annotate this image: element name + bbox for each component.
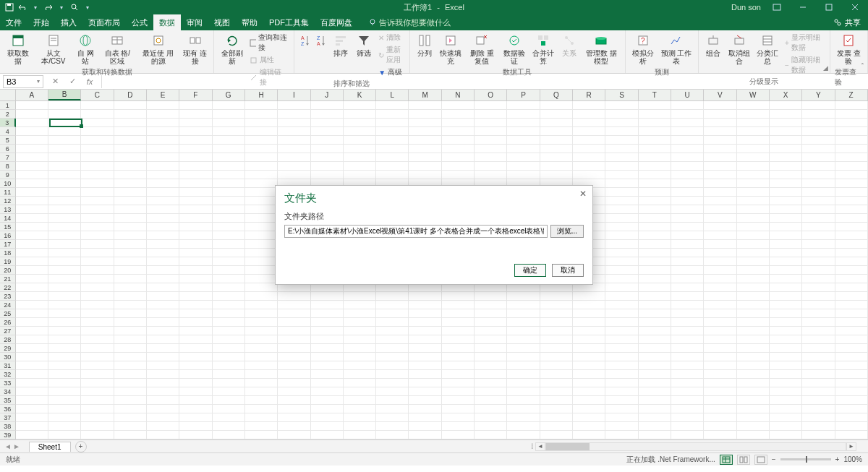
- cell[interactable]: [639, 110, 671, 119]
- cell[interactable]: [213, 396, 245, 405]
- cell[interactable]: [81, 205, 114, 214]
- cell[interactable]: [737, 335, 770, 344]
- cell[interactable]: [179, 379, 212, 387]
- cell[interactable]: [278, 413, 310, 422]
- cell[interactable]: [605, 370, 638, 379]
- cell[interactable]: [245, 197, 278, 205]
- cell[interactable]: [802, 275, 835, 283]
- cell[interactable]: [802, 153, 835, 162]
- cell[interactable]: [573, 379, 605, 387]
- cell[interactable]: [48, 318, 81, 327]
- cell[interactable]: [179, 162, 212, 171]
- cell[interactable]: [737, 119, 770, 127]
- cell[interactable]: [475, 361, 507, 370]
- cell[interactable]: [179, 396, 212, 405]
- cell[interactable]: [737, 101, 770, 110]
- cell[interactable]: [213, 240, 245, 249]
- cell[interactable]: [704, 240, 736, 249]
- cell[interactable]: [278, 335, 310, 344]
- cell[interactable]: [573, 353, 605, 361]
- cell[interactable]: [311, 318, 344, 327]
- cell[interactable]: [147, 361, 179, 370]
- cell[interactable]: [48, 249, 81, 257]
- cell[interactable]: [770, 361, 802, 370]
- cell[interactable]: [442, 171, 475, 179]
- cell[interactable]: [573, 396, 605, 405]
- cell[interactable]: [671, 396, 704, 405]
- cell[interactable]: [770, 292, 802, 301]
- cell[interactable]: [835, 231, 868, 240]
- btn-forecast-sheet[interactable]: 预测 工作表: [659, 32, 693, 66]
- cell[interactable]: [475, 110, 507, 119]
- cell[interactable]: [802, 127, 835, 136]
- cell[interactable]: [835, 361, 868, 370]
- col-header[interactable]: U: [671, 90, 704, 100]
- cell[interactable]: [245, 145, 278, 153]
- cell[interactable]: [573, 327, 605, 335]
- cell[interactable]: [704, 171, 736, 179]
- cell[interactable]: [81, 361, 114, 370]
- cell[interactable]: [179, 327, 212, 335]
- cell[interactable]: [475, 171, 507, 179]
- cell[interactable]: [179, 231, 212, 240]
- cell[interactable]: [770, 188, 802, 197]
- cell[interactable]: [507, 413, 540, 422]
- cell[interactable]: [311, 387, 344, 396]
- btn-filter[interactable]: 筛选: [354, 32, 374, 59]
- cell[interactable]: [605, 110, 638, 119]
- cell[interactable]: [16, 110, 48, 119]
- cell[interactable]: [770, 240, 802, 249]
- zoom-out-icon[interactable]: −: [772, 455, 776, 463]
- cell[interactable]: [475, 431, 507, 439]
- cell[interactable]: [147, 249, 179, 257]
- user-name[interactable]: Dun son: [731, 3, 761, 12]
- cell[interactable]: [179, 127, 212, 136]
- cell[interactable]: [245, 370, 278, 379]
- cell[interactable]: [639, 145, 671, 153]
- cell[interactable]: [48, 413, 81, 422]
- cell[interactable]: [376, 292, 409, 301]
- cell[interactable]: [245, 101, 278, 110]
- cell[interactable]: [409, 379, 441, 387]
- cell[interactable]: [737, 361, 770, 370]
- cell[interactable]: [639, 379, 671, 387]
- cell[interactable]: [540, 127, 573, 136]
- row-header[interactable]: 17: [0, 240, 16, 249]
- cell[interactable]: [344, 387, 376, 396]
- cell[interactable]: [507, 162, 540, 171]
- cell[interactable]: [835, 136, 868, 145]
- cell[interactable]: [213, 136, 245, 145]
- cell[interactable]: [179, 318, 212, 327]
- cell[interactable]: [835, 327, 868, 335]
- cell[interactable]: [639, 249, 671, 257]
- cell[interactable]: [376, 422, 409, 431]
- cell[interactable]: [671, 292, 704, 301]
- cell[interactable]: [802, 214, 835, 223]
- add-sheet-icon[interactable]: +: [75, 441, 87, 452]
- cell[interactable]: [704, 387, 736, 396]
- cell[interactable]: [213, 301, 245, 309]
- cell[interactable]: [81, 309, 114, 318]
- cell[interactable]: [213, 223, 245, 231]
- cell[interactable]: [540, 370, 573, 379]
- cell[interactable]: [639, 301, 671, 309]
- row-header[interactable]: 28: [0, 335, 16, 344]
- cell[interactable]: [213, 162, 245, 171]
- view-normal-icon[interactable]: [720, 455, 733, 465]
- cell[interactable]: [507, 387, 540, 396]
- cell[interactable]: [409, 301, 441, 309]
- cell[interactable]: [639, 214, 671, 223]
- cell[interactable]: [278, 361, 310, 370]
- cell[interactable]: [573, 361, 605, 370]
- cell[interactable]: [605, 136, 638, 145]
- cell[interactable]: [671, 309, 704, 318]
- cell[interactable]: [245, 214, 278, 223]
- cell[interactable]: [147, 240, 179, 249]
- cell[interactable]: [311, 110, 344, 119]
- col-header[interactable]: L: [376, 90, 409, 100]
- cell[interactable]: [573, 344, 605, 353]
- cell[interactable]: [737, 171, 770, 179]
- col-header[interactable]: Z: [835, 90, 868, 100]
- cell[interactable]: [114, 309, 147, 318]
- row-header[interactable]: 34: [0, 387, 16, 396]
